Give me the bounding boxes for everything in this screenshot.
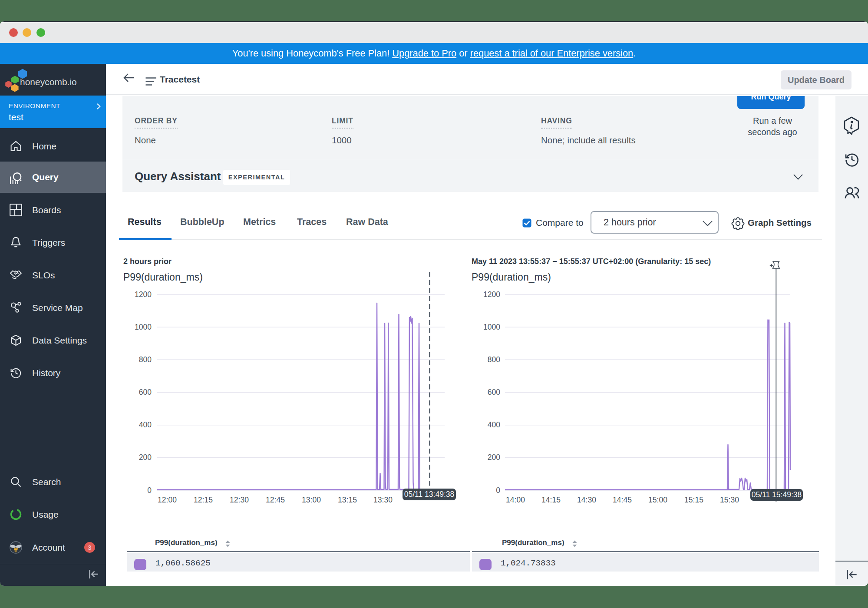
- svg-text:800: 800: [139, 355, 152, 364]
- svg-text:0: 0: [496, 486, 500, 495]
- svg-text:15:15: 15:15: [684, 496, 703, 504]
- svg-text:14:15: 14:15: [541, 496, 561, 504]
- svg-text:14:45: 14:45: [613, 496, 632, 504]
- svg-text:14:00: 14:00: [506, 496, 525, 504]
- svg-text:15:00: 15:00: [648, 496, 667, 504]
- svg-text:1200: 1200: [135, 290, 152, 299]
- svg-text:200: 200: [139, 453, 152, 462]
- svg-text:13:30: 13:30: [373, 496, 393, 504]
- svg-text:600: 600: [488, 388, 500, 397]
- svg-text:13:00: 13:00: [302, 496, 321, 504]
- svg-text:12:15: 12:15: [194, 496, 213, 504]
- svg-text:13:15: 13:15: [338, 496, 357, 504]
- svg-text:15:30: 15:30: [720, 496, 739, 504]
- svg-text:14:30: 14:30: [577, 496, 596, 504]
- svg-text:1000: 1000: [483, 323, 500, 331]
- svg-text:600: 600: [139, 388, 152, 397]
- svg-text:1000: 1000: [135, 323, 152, 331]
- svg-text:12:30: 12:30: [230, 496, 249, 504]
- svg-text:1200: 1200: [483, 290, 500, 299]
- svg-text:200: 200: [488, 453, 500, 462]
- svg-text:400: 400: [488, 420, 500, 429]
- svg-text:12:00: 12:00: [158, 496, 177, 504]
- svg-text:800: 800: [488, 355, 500, 364]
- svg-text:12:45: 12:45: [266, 496, 285, 504]
- svg-text:0: 0: [147, 486, 152, 495]
- svg-text:400: 400: [139, 420, 152, 429]
